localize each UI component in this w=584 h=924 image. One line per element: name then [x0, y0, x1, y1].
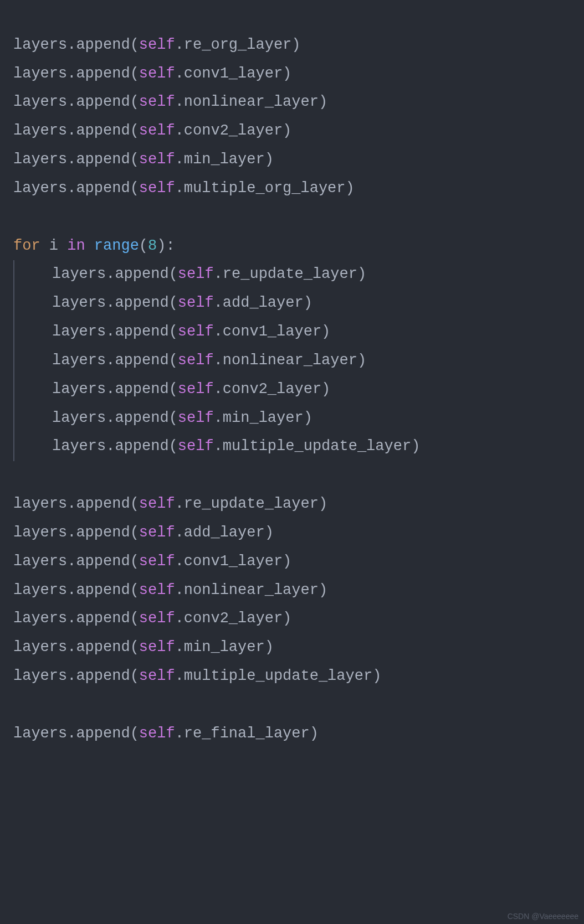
watermark-text: CSDN @Vaeeeeeee — [508, 912, 578, 921]
code-line: layers.append(self.multiple_org_layer) — [13, 180, 355, 197]
func-range: range — [94, 238, 139, 254]
loop-body: layers.append(self.re_update_layer) laye… — [13, 260, 420, 461]
keyword-in: in — [67, 238, 85, 254]
code-line: layers.append(self.conv1_layer) — [13, 65, 291, 82]
code-line: layers.append(self.re_update_layer) — [52, 266, 366, 282]
code-line: layers.append(self.min_layer) — [13, 151, 274, 168]
code-line: layers.append(self.add_layer) — [13, 524, 274, 541]
code-line: layers.append(self.min_layer) — [13, 639, 274, 655]
code-line: layers.append(self.multiple_update_layer… — [13, 668, 381, 684]
code-line: layers.append(self.nonlinear_layer) — [52, 352, 366, 369]
code-line: layers.append(self.min_layer) — [52, 410, 313, 426]
code-line: layers.append(self.nonlinear_layer) — [13, 94, 327, 110]
code-line: layers.append(self.conv1_layer) — [52, 323, 330, 340]
code-line: layers.append(self.re_update_layer) — [13, 495, 327, 512]
code-line: layers.append(self.re_final_layer) — [13, 725, 319, 742]
code-editor-view: layers.append(self.re_org_layer) layers.… — [0, 0, 584, 749]
keyword-for: for — [13, 238, 40, 254]
code-line-for: for i in range(8): — [13, 238, 175, 254]
code-line: layers.append(self.multiple_update_layer… — [52, 438, 420, 455]
code-line: layers.append(self.nonlinear_layer) — [13, 582, 327, 598]
number-literal: 8 — [148, 238, 157, 254]
code-line: layers.append(self.conv2_layer) — [13, 610, 291, 627]
keyword-self: self — [139, 37, 175, 53]
code-line: layers.append(self.conv2_layer) — [52, 381, 330, 398]
code-line: layers.append(self.conv2_layer) — [13, 122, 291, 139]
code-line: layers.append(self.conv1_layer) — [13, 553, 291, 570]
code-line: layers.append(self.re_org_layer) — [13, 37, 301, 53]
code-line: layers.append(self.add_layer) — [52, 295, 313, 311]
